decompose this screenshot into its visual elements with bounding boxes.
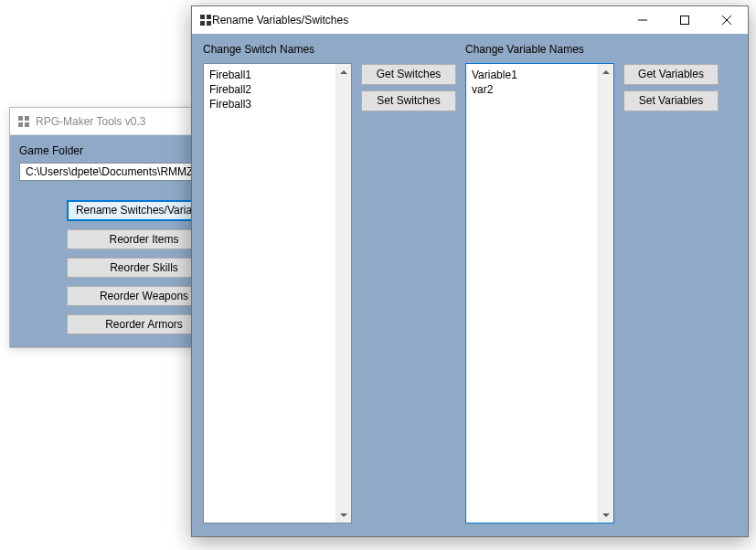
variable-list xyxy=(465,63,614,524)
close-button[interactable] xyxy=(706,6,748,34)
rename-title: Rename Variables/Switches xyxy=(212,14,348,26)
switch-list xyxy=(203,63,352,524)
set-variables-button[interactable]: Set Variables xyxy=(623,90,719,111)
rename-titlebar[interactable]: Rename Variables/Switches xyxy=(192,6,748,34)
app-icon xyxy=(199,14,212,26)
svg-marker-14 xyxy=(602,70,610,74)
set-switches-button[interactable]: Set Switches xyxy=(361,90,456,111)
scroll-down-icon[interactable] xyxy=(599,507,613,523)
maximize-button[interactable] xyxy=(664,6,706,34)
get-variables-button[interactable]: Get Variables xyxy=(623,64,719,85)
scroll-up-icon[interactable] xyxy=(599,64,613,79)
svg-marker-15 xyxy=(602,513,610,517)
tools-title: RPG-Maker Tools v0.3 xyxy=(36,115,146,128)
app-icon xyxy=(17,115,30,128)
switch-scrollbar[interactable] xyxy=(335,64,351,523)
svg-rect-2 xyxy=(18,122,23,127)
switch-column: Change Switch Names xyxy=(203,43,352,524)
variable-label: Change Variable Names xyxy=(465,43,614,56)
svg-rect-3 xyxy=(25,122,29,127)
variable-textarea[interactable] xyxy=(466,64,598,523)
switch-buttons: Get Switches Set Switches xyxy=(361,43,456,524)
svg-rect-1 xyxy=(25,116,29,121)
svg-rect-4 xyxy=(200,15,205,19)
variable-column: Change Variable Names xyxy=(465,43,614,524)
svg-rect-9 xyxy=(681,16,689,25)
scroll-up-icon[interactable] xyxy=(336,64,351,79)
rename-window: Rename Variables/Switches Change Switch … xyxy=(191,5,749,537)
scroll-track[interactable] xyxy=(336,79,351,507)
scroll-track[interactable] xyxy=(599,79,613,507)
window-controls xyxy=(622,6,748,34)
variable-buttons: Get Variables Set Variables xyxy=(623,43,719,524)
minimize-button[interactable] xyxy=(622,6,664,34)
svg-rect-6 xyxy=(200,21,205,26)
svg-marker-12 xyxy=(340,70,347,74)
svg-rect-5 xyxy=(207,15,211,19)
rename-body: Change Switch Names Get Switches Set Swi… xyxy=(192,34,748,536)
svg-marker-13 xyxy=(340,513,347,517)
svg-rect-0 xyxy=(18,116,23,121)
scroll-down-icon[interactable] xyxy=(336,507,351,523)
switch-label: Change Switch Names xyxy=(203,43,352,56)
variable-scrollbar[interactable] xyxy=(598,64,613,523)
switch-textarea[interactable] xyxy=(204,64,335,523)
get-switches-button[interactable]: Get Switches xyxy=(361,64,456,85)
svg-rect-7 xyxy=(207,21,211,26)
